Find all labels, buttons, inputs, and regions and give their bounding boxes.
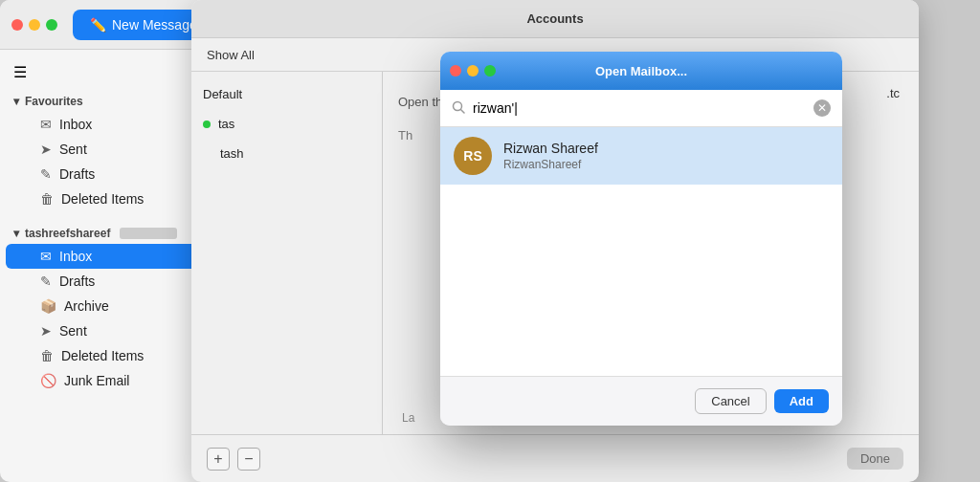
traffic-lights — [11, 19, 57, 31]
dialog-title: Open Mailbox... — [595, 64, 687, 78]
search-input[interactable] — [473, 100, 806, 116]
sent2-label: Sent — [59, 323, 87, 339]
junk-icon: 🚫 — [40, 373, 56, 388]
favorites-label: Favourites — [25, 95, 83, 108]
accounts-titlebar: Accounts — [191, 0, 919, 38]
remove-account-button[interactable]: − — [237, 448, 260, 471]
inbox-label: Inbox — [59, 117, 92, 132]
drafts2-label: Drafts — [59, 274, 95, 289]
maximize-button[interactable] — [46, 19, 57, 31]
sent-label: Sent — [59, 142, 87, 157]
clear-search-button[interactable]: ✕ — [813, 99, 831, 117]
dialog-search-bar: ✕ — [440, 90, 842, 127]
search-icon — [452, 100, 465, 117]
archive-label: Archive — [64, 298, 109, 314]
tc-suffix-text: .tc — [886, 86, 900, 100]
drafts2-icon: ✎ — [40, 274, 52, 289]
result-item-rizwan[interactable]: RS Rizwan Shareef RizwanShareef — [440, 127, 842, 185]
deleted2-icon: 🗑 — [40, 348, 54, 363]
accounts-title: Accounts — [526, 11, 583, 26]
archive-icon: 📦 — [40, 298, 56, 314]
new-message-label: New Message — [112, 17, 197, 33]
chevron-down-icon: ▾ — [13, 95, 19, 108]
result-info: Rizwan Shareef RizwanShareef — [503, 141, 598, 171]
drafts-icon: ✎ — [40, 166, 52, 182]
accounts-default-label: Default — [203, 87, 242, 101]
accounts-list: Default tas tash — [191, 72, 383, 434]
hamburger-icon: ☰ — [13, 63, 27, 81]
svg-line-1 — [461, 109, 465, 113]
deleted2-label: Deleted Items — [61, 348, 144, 363]
minimize-button[interactable] — [29, 19, 40, 31]
avatar-rizwan: RS — [454, 137, 492, 175]
inbox2-label: Inbox — [59, 249, 92, 264]
sent-icon: ➤ — [40, 142, 52, 157]
online-indicator — [203, 120, 211, 128]
junk-label: Junk Email — [64, 373, 129, 388]
drafts-label: Drafts — [59, 166, 95, 182]
compose-icon: ✏️ — [90, 17, 106, 33]
add-account-button[interactable]: + — [207, 448, 230, 471]
deleted-icon: 🗑 — [40, 191, 54, 207]
dialog-traffic-lights — [450, 65, 496, 77]
dialog-titlebar: Open Mailbox... — [440, 52, 842, 90]
sent2-icon: ➤ — [40, 323, 52, 339]
accounts-list-item-account[interactable]: tas — [191, 109, 382, 139]
show-all-button[interactable]: Show All — [207, 48, 255, 62]
dialog-results: RS Rizwan Shareef RizwanShareef — [440, 127, 842, 376]
close-button[interactable] — [11, 19, 23, 31]
account-badge-placeholder — [120, 228, 177, 239]
inbox-icon: ✉ — [40, 117, 52, 132]
done-button[interactable]: Done — [847, 448, 903, 470]
accounts-list-subitem[interactable]: tash — [191, 139, 382, 168]
result-sub: RizwanShareef — [503, 158, 598, 171]
open-mailbox-dialog: Open Mailbox... ✕ RS Rizwan Shareef Rizw… — [440, 52, 842, 426]
dialog-footer: Cancel Add — [440, 376, 842, 426]
last-label: La — [402, 411, 414, 425]
result-name: Rizwan Shareef — [503, 141, 598, 156]
accounts-list-item-default[interactable]: Default — [191, 79, 382, 109]
dialog-close-button[interactable] — [450, 65, 461, 77]
cancel-button[interactable]: Cancel — [695, 388, 766, 414]
chevron-down-icon-2: ▾ — [13, 227, 19, 240]
deleted-label: Deleted Items — [61, 191, 144, 207]
dialog-maximize-button[interactable] — [484, 65, 496, 77]
accounts-sub-name: tash — [220, 146, 244, 161]
accounts-bottom: + − Done — [191, 434, 919, 482]
account-name: tashreefshareef — [25, 227, 110, 240]
add-button[interactable]: Add — [774, 389, 829, 413]
inbox2-icon: ✉ — [40, 249, 52, 264]
accounts-account-name: tas — [218, 117, 234, 131]
dialog-minimize-button[interactable] — [467, 65, 479, 77]
